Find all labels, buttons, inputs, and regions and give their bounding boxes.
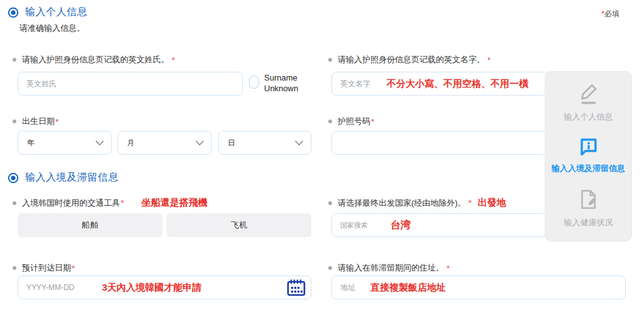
surname-placeholder: 英文姓氏 <box>26 79 57 89</box>
surname-unknown-checkbox[interactable] <box>249 75 259 89</box>
calendar-icon[interactable] <box>286 279 306 300</box>
bullet-icon <box>328 201 332 205</box>
section-personal-header: 输入个人信息 <box>8 6 87 19</box>
pencil-icon <box>578 82 599 105</box>
address-annotation: 直接複製飯店地址 <box>370 282 446 294</box>
address-required-star: * <box>447 264 450 273</box>
country-search-input[interactable]: 国家搜索 台湾 <box>331 213 548 237</box>
step-health-status[interactable]: 输入健康状况 <box>564 188 613 228</box>
address-field-label-row: 请输入在韩滞留期间的住址。 * <box>328 262 450 274</box>
givenname-input[interactable]: 英文名字 不分大小寫、不用空格、不用一橫 <box>331 72 548 96</box>
transport-field-label-row: 入境韩国时使用的交通工具 * 坐船還是搭飛機 <box>13 197 208 209</box>
health-doc-icon <box>578 188 599 211</box>
chevron-down-icon <box>96 137 104 145</box>
address-input[interactable]: 地址 直接複製飯店地址 <box>331 276 626 299</box>
step-personal-info[interactable]: 输入个人信息 <box>564 82 613 123</box>
radio-selected-icon <box>8 7 19 18</box>
required-note: *必填 <box>601 9 619 20</box>
qcode-entry-form: 输入个人信息 请准确输入信息。 *必填 请输入护照身份信息页记载的英文姓氏。 *… <box>0 0 644 312</box>
arrival-placeholder: YYYY-MM-DD <box>26 283 74 292</box>
birth-day-select[interactable]: 日 <box>218 131 311 155</box>
bullet-icon <box>328 58 332 62</box>
transport-ship-button[interactable]: 船舶 <box>18 213 162 237</box>
progress-stepper-panel: 输入个人信息 输入入境及滞留信息 输入健康状况 <box>545 71 632 242</box>
bullet-icon <box>13 58 16 62</box>
transport-annotation: 坐船還是搭飛機 <box>142 197 208 209</box>
birthdate-label: 出生日期 <box>22 116 55 127</box>
passport-input[interactable] <box>331 131 548 155</box>
section-personal-title: 输入个人信息 <box>25 6 87 19</box>
section-entry-header: 输入入境及滞留信息 <box>8 171 119 184</box>
bullet-icon <box>328 120 332 123</box>
chevron-down-icon <box>295 137 303 145</box>
birth-year-value: 年 <box>27 138 35 148</box>
surname-required-star: * <box>172 55 175 65</box>
step-personal-info-label: 输入个人信息 <box>564 111 613 123</box>
bullet-icon <box>13 266 16 270</box>
givenname-annotation: 不分大小寫、不用空格、不用一橫 <box>387 78 528 90</box>
birth-month-select[interactable]: 月 <box>118 131 212 155</box>
arrival-annotation: 3天內入境韓國才能申請 <box>102 282 201 294</box>
section-entry-title: 输入入境及滞留信息 <box>25 171 119 184</box>
passport-label: 护照号码 <box>338 116 370 127</box>
address-label: 请输入在韩滞留期间的住址。 <box>338 262 444 274</box>
bullet-icon <box>13 120 16 123</box>
surname-field-label-row: 请输入护照身份信息页记载的英文姓氏。 * <box>13 54 175 65</box>
bullet-icon <box>328 266 332 270</box>
givenname-placeholder: 英文名字 <box>340 79 370 89</box>
arrival-field-label-row: 预计到达日期 * <box>13 262 75 274</box>
country-label: 请选择最终出发国家(经由地除外)。 <box>338 198 466 209</box>
surname-input[interactable]: 英文姓氏 <box>18 72 243 96</box>
step-entry-stay-info[interactable]: 输入入境及滞留信息 <box>552 136 625 174</box>
step-entry-stay-info-label: 输入入境及滞留信息 <box>552 163 625 174</box>
birth-day-value: 日 <box>228 138 235 148</box>
arrival-date-input[interactable]: YYYY-MM-DD 3天內入境韓國才能申請 <box>18 276 311 299</box>
surname-label: 请输入护照身份信息页记载的英文姓氏。 <box>22 54 169 65</box>
transport-label: 入境韩国时使用的交通工具 <box>22 198 120 209</box>
birth-year-select[interactable]: 年 <box>18 131 112 155</box>
givenname-required-star: * <box>487 55 491 65</box>
passport-required-star: * <box>371 117 374 126</box>
birthdate-field-label-row: 出生日期 * <box>13 116 58 127</box>
passport-field-label-row: 护照号码 * <box>328 116 374 127</box>
radio-selected-icon <box>8 172 19 184</box>
step-health-status-label: 输入健康状况 <box>564 217 613 228</box>
section-personal-subtitle: 请准确输入信息。 <box>19 23 85 34</box>
givenname-label: 请输入护照身份信息页记载的英文名字。 <box>338 54 485 65</box>
country-annotation: 出發地 <box>478 197 506 209</box>
required-label: 必填 <box>604 9 619 18</box>
arrival-required-star: * <box>72 264 75 273</box>
transport-plane-label: 飞机 <box>231 220 247 231</box>
arrival-label: 预计到达日期 <box>22 262 71 274</box>
country-value-annotation: 台湾 <box>391 219 411 232</box>
transport-required-star: * <box>121 198 124 208</box>
country-required-star: * <box>469 198 472 208</box>
country-field-label-row: 请选择最终出发国家(经由地除外)。 * 出發地 <box>328 197 506 209</box>
country-placeholder: 国家搜索 <box>340 221 368 230</box>
chevron-down-icon <box>196 137 204 145</box>
birthdate-required-star: * <box>55 117 58 126</box>
givenname-field-label-row: 请输入护照身份信息页记载的英文名字。 * <box>328 54 491 65</box>
address-placeholder: 地址 <box>340 282 355 293</box>
birth-month-value: 月 <box>127 138 135 148</box>
transport-ship-label: 船舶 <box>82 220 98 231</box>
bullet-icon <box>13 201 16 205</box>
info-bubble-icon <box>579 136 599 157</box>
surname-unknown-label: Surname Unknown <box>264 73 316 94</box>
transport-plane-button[interactable]: 飞机 <box>167 213 311 237</box>
